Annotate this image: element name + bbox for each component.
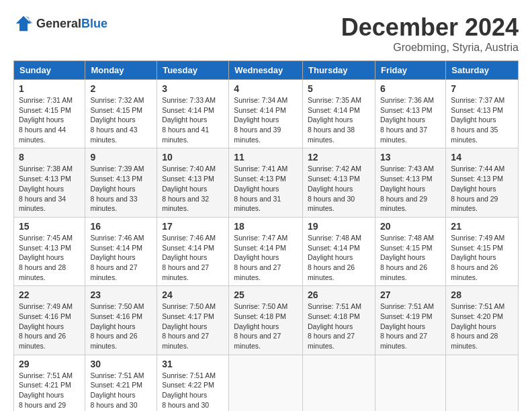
day-info: Sunrise: 7:48 AM Sunset: 4:15 PM Dayligh… (380, 233, 441, 282)
page-header: General Blue December 2024 Groebming, St… (13, 13, 519, 54)
day-number: 5 (308, 83, 370, 94)
day-info: Sunrise: 7:46 AM Sunset: 4:14 PM Dayligh… (90, 233, 152, 282)
calendar-cell-22: 22 Sunrise: 7:49 AM Sunset: 4:16 PM Dayl… (14, 286, 85, 355)
day-number: 14 (451, 152, 513, 163)
calendar-cell-19: 19 Sunrise: 7:48 AM Sunset: 4:14 PM Dayl… (303, 217, 375, 285)
day-number: 13 (380, 152, 441, 163)
calendar-cell-28: 28 Sunrise: 7:51 AM Sunset: 4:20 PM Dayl… (446, 286, 519, 355)
calendar-cell-20: 20 Sunrise: 7:48 AM Sunset: 4:15 PM Dayl… (375, 217, 445, 285)
calendar-cell-empty (375, 355, 445, 411)
calendar-cell-8: 8 Sunrise: 7:38 AM Sunset: 4:13 PM Dayli… (14, 148, 85, 217)
day-number: 18 (234, 221, 298, 232)
calendar-header-monday: Monday (85, 61, 157, 80)
calendar-cell-empty (303, 355, 375, 411)
day-number: 29 (19, 359, 80, 369)
day-info: Sunrise: 7:44 AM Sunset: 4:13 PM Dayligh… (451, 164, 513, 213)
calendar-cell-23: 23 Sunrise: 7:50 AM Sunset: 4:16 PM Dayl… (85, 286, 157, 355)
day-info: Sunrise: 7:32 AM Sunset: 4:15 PM Dayligh… (90, 95, 152, 144)
day-info: Sunrise: 7:36 AM Sunset: 4:13 PM Dayligh… (380, 95, 441, 144)
calendar-header-saturday: Saturday (446, 61, 519, 80)
day-number: 1 (19, 83, 80, 94)
day-number: 3 (162, 83, 224, 94)
day-number: 27 (380, 289, 441, 300)
calendar-cell-3: 3 Sunrise: 7:33 AM Sunset: 4:14 PM Dayli… (157, 80, 229, 148)
day-number: 19 (308, 221, 370, 232)
day-info: Sunrise: 7:43 AM Sunset: 4:13 PM Dayligh… (380, 164, 441, 213)
day-number: 10 (162, 152, 224, 163)
title-block: December 2024 Groebming, Styria, Austria (341, 13, 519, 54)
day-info: Sunrise: 7:31 AM Sunset: 4:15 PM Dayligh… (19, 95, 80, 144)
calendar-header-thursday: Thursday (303, 61, 375, 80)
day-info: Sunrise: 7:51 AM Sunset: 4:22 PM Dayligh… (162, 371, 224, 411)
calendar-header-wednesday: Wednesday (229, 61, 303, 80)
logo-icon (13, 13, 34, 34)
day-info: Sunrise: 7:51 AM Sunset: 4:21 PM Dayligh… (19, 371, 80, 411)
day-number: 2 (90, 83, 152, 94)
day-info: Sunrise: 7:51 AM Sunset: 4:21 PM Dayligh… (90, 371, 152, 411)
day-info: Sunrise: 7:39 AM Sunset: 4:13 PM Dayligh… (90, 164, 152, 213)
day-info: Sunrise: 7:51 AM Sunset: 4:18 PM Dayligh… (308, 302, 370, 351)
calendar-cell-15: 15 Sunrise: 7:45 AM Sunset: 4:13 PM Dayl… (14, 217, 85, 285)
day-number: 17 (162, 221, 224, 232)
day-number: 11 (234, 152, 298, 163)
day-number: 16 (90, 221, 152, 232)
calendar-cell-1: 1 Sunrise: 7:31 AM Sunset: 4:15 PM Dayli… (14, 80, 85, 148)
day-info: Sunrise: 7:34 AM Sunset: 4:14 PM Dayligh… (234, 95, 298, 144)
day-number: 24 (162, 289, 224, 300)
month-year-title: December 2024 (341, 13, 519, 42)
calendar-cell-30: 30 Sunrise: 7:51 AM Sunset: 4:21 PM Dayl… (85, 355, 157, 411)
day-info: Sunrise: 7:50 AM Sunset: 4:18 PM Dayligh… (234, 302, 298, 351)
calendar-table: SundayMondayTuesdayWednesdayThursdayFrid… (13, 60, 519, 411)
calendar-cell-21: 21 Sunrise: 7:49 AM Sunset: 4:15 PM Dayl… (446, 217, 519, 285)
calendar-header-sunday: Sunday (14, 61, 85, 80)
calendar-week-row-4: 22 Sunrise: 7:49 AM Sunset: 4:16 PM Dayl… (14, 286, 519, 355)
day-info: Sunrise: 7:38 AM Sunset: 4:13 PM Dayligh… (19, 164, 80, 213)
calendar-cell-17: 17 Sunrise: 7:46 AM Sunset: 4:14 PM Dayl… (157, 217, 229, 285)
day-info: Sunrise: 7:49 AM Sunset: 4:15 PM Dayligh… (451, 233, 513, 282)
day-info: Sunrise: 7:47 AM Sunset: 4:14 PM Dayligh… (234, 233, 298, 282)
calendar-cell-16: 16 Sunrise: 7:46 AM Sunset: 4:14 PM Dayl… (85, 217, 157, 285)
calendar-cell-empty (229, 355, 303, 411)
calendar-cell-31: 31 Sunrise: 7:51 AM Sunset: 4:22 PM Dayl… (157, 355, 229, 411)
day-number: 23 (90, 289, 152, 300)
day-info: Sunrise: 7:37 AM Sunset: 4:13 PM Dayligh… (451, 95, 513, 144)
day-info: Sunrise: 7:42 AM Sunset: 4:13 PM Dayligh… (308, 164, 370, 213)
day-number: 12 (308, 152, 370, 163)
day-info: Sunrise: 7:50 AM Sunset: 4:16 PM Dayligh… (90, 302, 152, 351)
logo-blue-text: Blue (81, 17, 107, 31)
day-info: Sunrise: 7:49 AM Sunset: 4:16 PM Dayligh… (19, 302, 80, 351)
day-number: 9 (90, 152, 152, 163)
day-number: 30 (90, 359, 152, 369)
calendar-cell-4: 4 Sunrise: 7:34 AM Sunset: 4:14 PM Dayli… (229, 80, 303, 148)
day-number: 6 (380, 83, 441, 94)
day-number: 25 (234, 289, 298, 300)
calendar-cell-29: 29 Sunrise: 7:51 AM Sunset: 4:21 PM Dayl… (14, 355, 85, 411)
day-number: 28 (451, 289, 513, 300)
day-number: 26 (308, 289, 370, 300)
calendar-cell-26: 26 Sunrise: 7:51 AM Sunset: 4:18 PM Dayl… (303, 286, 375, 355)
calendar-cell-13: 13 Sunrise: 7:43 AM Sunset: 4:13 PM Dayl… (375, 148, 445, 217)
logo: General Blue (13, 13, 107, 34)
calendar-header-row: SundayMondayTuesdayWednesdayThursdayFrid… (14, 61, 519, 80)
calendar-week-row-2: 8 Sunrise: 7:38 AM Sunset: 4:13 PM Dayli… (14, 148, 519, 217)
calendar-header-tuesday: Tuesday (157, 61, 229, 80)
calendar-cell-24: 24 Sunrise: 7:50 AM Sunset: 4:17 PM Dayl… (157, 286, 229, 355)
calendar-week-row-1: 1 Sunrise: 7:31 AM Sunset: 4:15 PM Dayli… (14, 80, 519, 148)
day-info: Sunrise: 7:33 AM Sunset: 4:14 PM Dayligh… (162, 95, 224, 144)
calendar-cell-27: 27 Sunrise: 7:51 AM Sunset: 4:19 PM Dayl… (375, 286, 445, 355)
day-info: Sunrise: 7:51 AM Sunset: 4:19 PM Dayligh… (380, 302, 441, 351)
day-info: Sunrise: 7:48 AM Sunset: 4:14 PM Dayligh… (308, 233, 370, 282)
calendar-cell-12: 12 Sunrise: 7:42 AM Sunset: 4:13 PM Dayl… (303, 148, 375, 217)
calendar-cell-14: 14 Sunrise: 7:44 AM Sunset: 4:13 PM Dayl… (446, 148, 519, 217)
calendar-cell-7: 7 Sunrise: 7:37 AM Sunset: 4:13 PM Dayli… (446, 80, 519, 148)
calendar-cell-10: 10 Sunrise: 7:40 AM Sunset: 4:13 PM Dayl… (157, 148, 229, 217)
calendar-cell-empty (446, 355, 519, 411)
calendar-cell-18: 18 Sunrise: 7:47 AM Sunset: 4:14 PM Dayl… (229, 217, 303, 285)
calendar-cell-5: 5 Sunrise: 7:35 AM Sunset: 4:14 PM Dayli… (303, 80, 375, 148)
day-number: 7 (451, 83, 513, 94)
day-info: Sunrise: 7:46 AM Sunset: 4:14 PM Dayligh… (162, 233, 224, 282)
day-info: Sunrise: 7:35 AM Sunset: 4:14 PM Dayligh… (308, 95, 370, 144)
day-info: Sunrise: 7:50 AM Sunset: 4:17 PM Dayligh… (162, 302, 224, 351)
calendar-header-friday: Friday (375, 61, 445, 80)
location-subtitle: Groebming, Styria, Austria (341, 42, 519, 54)
